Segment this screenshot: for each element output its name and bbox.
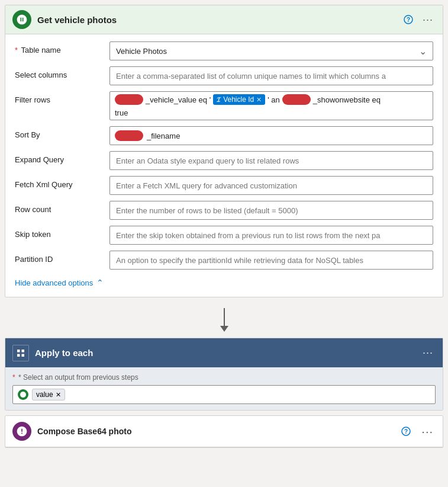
skip-token-control bbox=[109, 226, 433, 245]
apply-to-each-header: Apply to each ··· bbox=[5, 338, 443, 367]
sort-by-suffix: _filename bbox=[147, 132, 180, 140]
arrow-stem bbox=[224, 308, 225, 326]
filter-rows-label: Filter rows bbox=[15, 91, 109, 104]
apply-more-button[interactable]: ··· bbox=[420, 344, 436, 361]
filter-rows-field[interactable]: _vehicle_value eq ' 𝓘 Vehicle Id ✕ ' an … bbox=[109, 91, 433, 120]
svg-text:?: ? bbox=[404, 428, 408, 435]
value-token-label: value bbox=[36, 390, 53, 399]
partition-id-control bbox=[109, 251, 433, 270]
filter-text-3: _showonwebsite eq bbox=[313, 95, 381, 104]
compose-more-button[interactable]: ··· bbox=[419, 422, 436, 441]
filter-text-true: true bbox=[115, 108, 128, 117]
arrow-head-icon bbox=[220, 326, 228, 332]
header-actions: ? ··· bbox=[401, 11, 436, 28]
skip-token-label: Skip token bbox=[15, 226, 109, 239]
select-columns-label: Select columns bbox=[15, 66, 109, 79]
row-count-control bbox=[109, 201, 433, 220]
compose-title: Compose Base64 photo bbox=[37, 427, 393, 436]
three-dots-icon: ··· bbox=[421, 425, 433, 438]
table-name-row: * Table name Vehicle Photos ⌄ bbox=[15, 41, 433, 60]
value-token: value ✕ bbox=[32, 389, 65, 401]
filter-text-1: _vehicle_value eq ' bbox=[146, 95, 211, 104]
more-options-button[interactable]: ··· bbox=[420, 11, 436, 28]
expand-query-control bbox=[109, 151, 433, 170]
expand-query-input[interactable] bbox=[109, 151, 433, 170]
partition-id-label: Partition ID bbox=[15, 251, 109, 264]
table-name-value: Vehicle Photos bbox=[116, 47, 167, 56]
fetch-xml-label: Fetch Xml Query bbox=[15, 176, 109, 189]
vehicle-id-token[interactable]: 𝓘 Vehicle Id ✕ bbox=[213, 94, 265, 105]
card-header: Get vehicle photos ? ··· bbox=[5, 5, 443, 34]
table-name-control: Vehicle Photos ⌄ bbox=[109, 41, 433, 60]
token-icon: 𝓘 bbox=[217, 96, 221, 104]
fetch-xml-input[interactable] bbox=[109, 176, 433, 195]
compose-card: Compose Base64 photo ? ··· bbox=[5, 415, 443, 448]
sort-by-row: Sort By _filename bbox=[15, 126, 433, 145]
expand-query-row: Expand Query bbox=[15, 151, 433, 170]
arrow-line bbox=[220, 308, 228, 332]
expand-query-label: Expand Query bbox=[15, 151, 109, 164]
value-token-row[interactable]: value ✕ bbox=[12, 385, 436, 404]
svg-text:?: ? bbox=[407, 17, 410, 23]
apply-output-label: * * Select an output from previous steps bbox=[12, 373, 436, 382]
sort-by-label: Sort By bbox=[15, 126, 109, 139]
skip-token-input[interactable] bbox=[109, 226, 433, 245]
select-columns-input[interactable] bbox=[109, 66, 433, 85]
redacted-token-1 bbox=[115, 94, 143, 105]
compose-header: Compose Base64 photo ? ··· bbox=[5, 416, 443, 447]
form-body: * Table name Vehicle Photos ⌄ Select col… bbox=[5, 34, 443, 297]
get-vehicle-photos-card: Get vehicle photos ? ··· * Table name bbox=[5, 5, 443, 297]
value-token-icon bbox=[18, 389, 28, 400]
chevron-up-icon: ⌃ bbox=[96, 278, 104, 287]
table-name-label: * Table name bbox=[15, 41, 109, 55]
apply-to-each-card: Apply to each ··· * * Select an output f… bbox=[5, 338, 443, 411]
sort-by-field[interactable]: _filename bbox=[109, 126, 433, 145]
redacted-token-sort bbox=[115, 130, 143, 141]
filter-rows-control: _vehicle_value eq ' 𝓘 Vehicle Id ✕ ' an … bbox=[109, 91, 433, 120]
skip-token-row: Skip token bbox=[15, 226, 433, 245]
sort-by-control: _filename bbox=[109, 126, 433, 145]
apply-title: Apply to each bbox=[35, 348, 414, 358]
redacted-token-2 bbox=[282, 94, 311, 105]
token-close-icon[interactable]: ✕ bbox=[256, 96, 262, 104]
table-name-select[interactable]: Vehicle Photos ⌄ bbox=[109, 41, 433, 60]
chevron-down-icon: ⌄ bbox=[419, 46, 427, 57]
compose-icon bbox=[12, 422, 31, 441]
hide-advanced-label: Hide advanced options bbox=[15, 278, 93, 287]
required-mark: * bbox=[15, 46, 18, 55]
card-title: Get vehicle photos bbox=[37, 15, 395, 25]
partition-id-input[interactable] bbox=[109, 251, 433, 270]
apply-icon bbox=[12, 345, 29, 361]
help-button[interactable]: ? bbox=[401, 12, 415, 27]
apply-body: * * Select an output from previous steps… bbox=[5, 367, 443, 410]
hide-advanced-toggle[interactable]: Hide advanced options ⌃ bbox=[15, 275, 433, 290]
fetch-xml-control bbox=[109, 176, 433, 195]
filter-line2: true bbox=[115, 107, 428, 117]
token-label: Vehicle Id bbox=[223, 95, 254, 104]
row-count-row: Row count bbox=[15, 201, 433, 220]
dataverse-icon bbox=[12, 10, 31, 29]
compose-help-button[interactable]: ? bbox=[399, 424, 413, 438]
row-count-label: Row count bbox=[15, 201, 109, 214]
value-token-close[interactable]: ✕ bbox=[56, 391, 61, 399]
filter-text-2: ' an bbox=[267, 95, 280, 104]
partition-id-row: Partition ID bbox=[15, 251, 433, 270]
arrow-connector bbox=[0, 302, 448, 338]
select-columns-row: Select columns bbox=[15, 66, 433, 85]
select-columns-control bbox=[109, 66, 433, 85]
row-count-input[interactable] bbox=[109, 201, 433, 220]
filter-rows-row: Filter rows _vehicle_value eq ' 𝓘 Vehicl… bbox=[15, 91, 433, 120]
fetch-xml-row: Fetch Xml Query bbox=[15, 176, 433, 195]
